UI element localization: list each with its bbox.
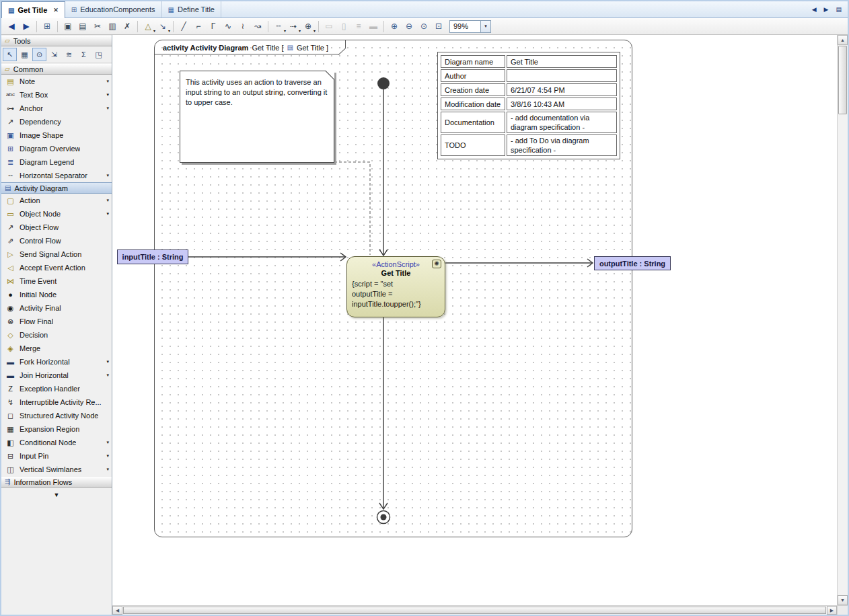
action-node-get-title[interactable]: ✺ «ActionScript» Get Title {script = "se… (346, 256, 445, 317)
palette-section-tools[interactable]: ▱ Tools (1, 35, 112, 46)
oblique-path-button[interactable]: ╱ ▾ (176, 20, 191, 34)
time-event-tool[interactable]: ⋈ Time Event ▾ (1, 274, 112, 288)
horizontal-separator-tool[interactable]: ╌ Horizontal Separator ▾ (1, 169, 112, 182)
resize-tool-button[interactable]: ⇲ (47, 48, 61, 61)
palette-section-activity-diagram[interactable]: ▤ Activity Diagram (1, 182, 112, 194)
tab-educationcomponents[interactable]: ⊞ EducationComponents (65, 1, 162, 17)
decision-tool[interactable]: ◇ Decision ▾ (1, 328, 112, 342)
previous-tab-button[interactable]: ◀ (809, 4, 819, 15)
action-tool[interactable]: ▢ Action ▾ (1, 194, 112, 207)
object-node-tool[interactable]: ▭ Object Node ▾ (1, 207, 112, 221)
dropdown-arrow-icon[interactable]: ▾ (106, 198, 109, 203)
scroll-down-button[interactable]: ▼ (838, 595, 848, 605)
draw-shape-button[interactable]: △ ▾ (141, 20, 155, 34)
zoom-level-select[interactable]: 99% ▾ (449, 20, 491, 33)
diagram-info-table[interactable]: Diagram name Get Title Author (437, 52, 620, 159)
anchor-tool[interactable]: ⊶ Anchor ▾ (1, 102, 112, 115)
dropdown-arrow-icon[interactable]: ▾ (106, 467, 109, 472)
expansion-region-tool[interactable]: ▦ Expansion Region ▾ (1, 422, 112, 436)
dropdown-arrow-icon[interactable]: ▾ (106, 106, 109, 111)
dropdown-arrow-icon[interactable]: ▾ (106, 373, 109, 378)
spline-path-button[interactable]: ≀ ▾ (235, 20, 250, 34)
dropdown-arrow-icon[interactable]: ▾ (106, 79, 109, 84)
structured-activity-node-tool[interactable]: ◻ Structured Activity Node ▾ (1, 409, 112, 422)
rounded-path-button[interactable]: Γ ▾ (206, 20, 221, 34)
dependency-tool[interactable]: ↗ Dependency ▾ (1, 115, 112, 128)
select-related-elements-button[interactable]: ⊞ ▾ (40, 20, 54, 34)
horizontal-scrollbar-thumb[interactable] (123, 607, 826, 614)
dropdown-arrow-icon[interactable]: ▾ (106, 359, 109, 364)
note-shape[interactable]: This activity uses an action to traverse… (180, 71, 334, 163)
horizontal-scrollbar[interactable]: ◀ ▶ (112, 605, 837, 615)
interruptible-activity-region-tool[interactable]: ↯ Interruptible Activity Re... ▾ (1, 395, 112, 409)
magnet-tool-button[interactable]: ⊙ (32, 48, 46, 61)
palette-section-common[interactable]: ▱ Common (1, 63, 112, 75)
dropdown-arrow-icon[interactable]: ▾ (106, 211, 109, 217)
align-shapes-button[interactable]: ≡ ▾ (351, 20, 366, 34)
rectilinear-path-button[interactable]: ⌐ ▾ (191, 20, 206, 34)
exception-handler-tool[interactable]: Z Exception Handler ▾ (1, 382, 112, 395)
select-tool-button[interactable]: ↖ (3, 48, 17, 61)
custom-path-button[interactable]: ↝ ▾ (250, 20, 265, 34)
dropdown-arrow-icon[interactable]: ▾ (106, 440, 109, 445)
zoom-1-1-button[interactable]: ⊙ ▾ (416, 20, 431, 34)
back-button[interactable]: ◀ ▾ (4, 20, 19, 34)
palette-section-information-flows[interactable]: ⇶ Information Flows (1, 476, 112, 488)
initial-node-tool[interactable]: ● Initial Node ▾ (1, 288, 112, 301)
swimlane-adorner-tool-button[interactable]: ≋ (62, 48, 76, 61)
containment-tool-button[interactable]: ⊕ ▾ (301, 20, 316, 34)
object-flow-tool[interactable]: ↗ Object Flow ▾ (1, 221, 112, 234)
copy-button[interactable]: ▣ ▾ (61, 20, 75, 34)
dependency-tool-button[interactable]: ⇢ ▾ (286, 20, 301, 34)
distribute-shapes-button[interactable]: ▬ ▾ (366, 20, 381, 34)
zoom-dropdown-icon[interactable]: ▾ (480, 21, 490, 32)
cut-button[interactable]: ✂ ▾ (90, 20, 105, 34)
conditional-node-tool[interactable]: ◧ Conditional Node ▾ (1, 436, 112, 449)
clone-button[interactable]: ▥ ▾ (105, 20, 120, 34)
control-flow-tool[interactable]: ⇗ Control Flow ▾ (1, 234, 112, 247)
fork-horizontal-tool[interactable]: ▬ Fork Horizontal ▾ (1, 355, 112, 369)
tab-list-button[interactable]: ▤ (833, 4, 844, 15)
note-tool[interactable]: ▤ Note ▾ (1, 75, 112, 88)
scroll-left-button[interactable]: ◀ (112, 606, 122, 615)
paste-button[interactable]: ▤ ▾ (75, 20, 90, 34)
output-pin-outputtitle[interactable]: outputTitle : String (594, 256, 671, 270)
vertical-scrollbar[interactable]: ▲ ▼ (838, 35, 848, 605)
bezier-path-button[interactable]: ∿ ▾ (221, 20, 235, 34)
dropdown-arrow-icon[interactable]: ▾ (106, 453, 109, 459)
selection-filter-tool-button[interactable]: ▦ (17, 48, 32, 61)
tab-get-title[interactable]: ▤ Get Title ✕ (1, 1, 65, 18)
make-same-width-button[interactable]: ▭ ▾ (322, 20, 336, 34)
send-signal-action-tool[interactable]: ▷ Send Signal Action ▾ (1, 247, 112, 261)
tab-define-title[interactable]: ▦ Define Title (162, 1, 221, 17)
zoom-in-button[interactable]: ⊕ ▾ (387, 20, 402, 34)
vertical-scrollbar-thumb[interactable] (838, 46, 847, 114)
input-pin-inputtitle[interactable]: inputTitle : String (117, 249, 188, 264)
join-horizontal-tool[interactable]: ▬ Join Horizontal ▾ (1, 369, 112, 382)
forward-button[interactable]: ▶ ▾ (19, 20, 34, 34)
image-shape-tool[interactable]: ▣ Image Shape ▾ (1, 128, 112, 142)
activity-final-tool[interactable]: ◉ Activity Final ▾ (1, 301, 112, 315)
scroll-right-button[interactable]: ▶ (827, 606, 837, 615)
grid-tool-button[interactable]: ◳ (91, 48, 106, 61)
vertical-swimlanes-tool[interactable]: ◫ Vertical Swimlanes ▾ (1, 463, 112, 476)
close-tab-icon[interactable]: ✕ (53, 7, 59, 13)
input-pin-tool[interactable]: ⊟ Input Pin ▾ (1, 449, 112, 463)
delete-button[interactable]: ✗ ▾ (120, 20, 135, 34)
diagram-legend-tool[interactable]: ≣ Diagram Legend ▾ (1, 155, 112, 169)
zoom-out-button[interactable]: ⊖ ▾ (402, 20, 416, 34)
merge-tool[interactable]: ◈ Merge ▾ (1, 342, 112, 355)
draw-path-button[interactable]: ↘ ▾ (155, 20, 170, 34)
diagram-frame-header[interactable]: activity Activity Diagram Get Title [ ▤ … (155, 40, 346, 54)
text-box-tool[interactable]: abc Text Box ▾ (1, 88, 112, 102)
flow-final-tool[interactable]: ⊗ Flow Final ▾ (1, 315, 112, 328)
dropdown-arrow-icon[interactable]: ▾ (106, 173, 109, 178)
diagram-overview-tool[interactable]: ⊞ Diagram Overview ▾ (1, 142, 112, 155)
scroll-up-button[interactable]: ▲ (838, 35, 848, 45)
layout-tool-button[interactable]: Σ (77, 48, 91, 61)
palette-scroll-down-button[interactable]: ▼ (1, 488, 112, 502)
anchor-tool-button[interactable]: ╌ ▾ (271, 20, 286, 34)
script-gear-icon[interactable]: ✺ (432, 260, 441, 268)
make-same-height-button[interactable]: ▯ ▾ (336, 20, 351, 34)
accept-event-action-tool[interactable]: ◁ Accept Event Action ▾ (1, 261, 112, 274)
